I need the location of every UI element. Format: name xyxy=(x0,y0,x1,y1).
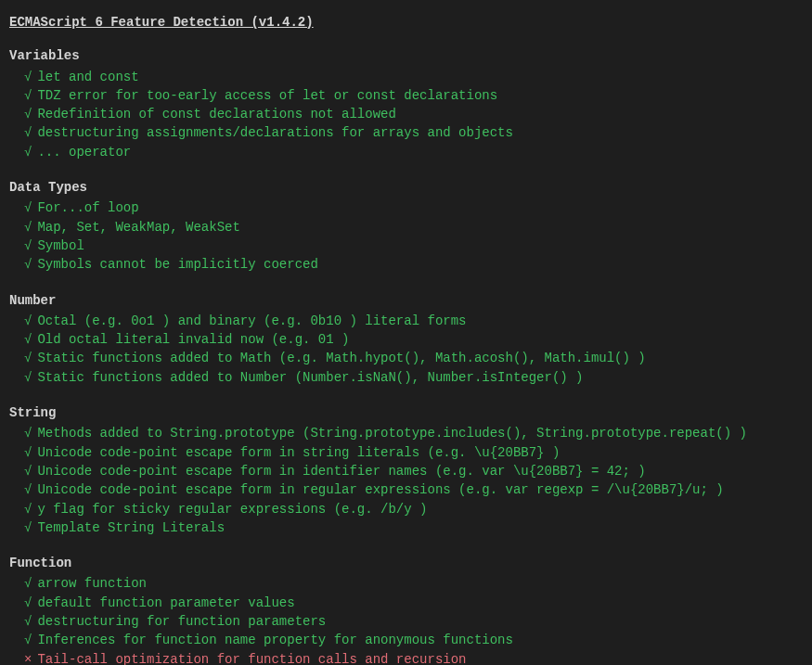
feature-item: √Octal (e.g. 0o1 ) and binary (e.g. 0b10… xyxy=(9,312,803,330)
feature-text: Unicode code-point escape form in regula… xyxy=(37,482,723,497)
feature-item: √Methods added to String.prototype (Stri… xyxy=(9,424,803,442)
feature-text: default function parameter values xyxy=(37,595,294,610)
feature-text: Symbols cannot be implicitly coerced xyxy=(37,257,317,272)
feature-item: √destructuring for function parameters xyxy=(9,612,803,631)
check-icon: √ xyxy=(24,426,32,441)
feature-item: √Map, Set, WeakMap, WeakSet xyxy=(9,218,803,237)
feature-text: TDZ error for too-early access of let or… xyxy=(37,88,497,103)
feature-item: √... operator xyxy=(9,143,803,161)
feature-text: Unicode code-point escape form in string… xyxy=(37,445,560,460)
feature-text: Symbol xyxy=(37,238,84,253)
feature-item: ×Tail-call optimization for function cal… xyxy=(9,650,803,665)
feature-item: √Symbol xyxy=(9,237,803,255)
check-icon: √ xyxy=(24,445,32,460)
section-header: Function xyxy=(9,554,803,572)
feature-text: y flag for sticky regular expressions (e… xyxy=(37,502,427,517)
section: Variables√let and const√TDZ error for to… xyxy=(9,46,803,161)
section-header: Number xyxy=(9,291,803,310)
feature-text: Static functions added to Number (Number… xyxy=(37,370,583,385)
feature-text: Inferences for function name property fo… xyxy=(37,633,512,647)
check-icon: √ xyxy=(24,145,32,160)
section: Number√Octal (e.g. 0o1 ) and binary (e.g… xyxy=(9,291,803,387)
feature-text: arrow function xyxy=(37,576,147,591)
check-icon: √ xyxy=(24,351,32,365)
check-icon: √ xyxy=(24,88,32,103)
feature-text: Static functions added to Math (e.g. Mat… xyxy=(37,351,645,365)
feature-item: √let and const xyxy=(9,68,803,86)
check-icon: √ xyxy=(24,370,32,385)
check-icon: √ xyxy=(24,464,32,479)
feature-item: √default function parameter values xyxy=(9,594,803,612)
feature-item: √Template String Literals xyxy=(9,518,803,537)
check-icon: √ xyxy=(24,633,32,647)
feature-text: Map, Set, WeakMap, WeakSet xyxy=(37,220,239,235)
feature-text: Tail-call optimization for function call… xyxy=(37,652,466,665)
check-icon: √ xyxy=(24,576,32,591)
section: String√Methods added to String.prototype… xyxy=(9,403,803,537)
cross-icon: × xyxy=(24,652,32,665)
feature-item: √destructuring assignments/declarations … xyxy=(9,123,803,142)
check-icon: √ xyxy=(24,595,32,610)
feature-item: √Static functions added to Math (e.g. Ma… xyxy=(9,349,803,367)
sections-container: Variables√let and const√TDZ error for to… xyxy=(9,46,803,665)
feature-text: Methods added to String.prototype (Strin… xyxy=(37,426,747,441)
section: Function√arrow function√default function… xyxy=(9,554,803,665)
feature-text: let and const xyxy=(37,70,138,84)
check-icon: √ xyxy=(24,238,32,253)
check-icon: √ xyxy=(24,313,32,328)
check-icon: √ xyxy=(24,107,32,121)
section-header: Data Types xyxy=(9,178,803,197)
feature-item: √Unicode code-point escape form in regul… xyxy=(9,480,803,499)
feature-item: √y flag for sticky regular expressions (… xyxy=(9,500,803,518)
check-icon: √ xyxy=(24,482,32,497)
feature-item: √arrow function xyxy=(9,574,803,593)
feature-text: Old octal literal invalid now (e.g. 01 ) xyxy=(37,332,349,347)
feature-text: destructuring for function parameters xyxy=(37,614,326,629)
check-icon: √ xyxy=(24,520,32,535)
feature-item: √TDZ error for too-early access of let o… xyxy=(9,86,803,105)
check-icon: √ xyxy=(24,200,32,215)
section-header: String xyxy=(9,403,803,422)
check-icon: √ xyxy=(24,332,32,347)
section-header: Variables xyxy=(9,46,803,65)
feature-text: Unicode code-point escape form in identi… xyxy=(37,464,645,479)
check-icon: √ xyxy=(24,257,32,272)
feature-item: √For...of loop xyxy=(9,198,803,217)
section: Data Types√For...of loop√Map, Set, WeakM… xyxy=(9,178,803,274)
feature-text: Template String Literals xyxy=(37,520,225,535)
feature-item: √Old octal literal invalid now (e.g. 01 … xyxy=(9,330,803,349)
feature-item: √Unicode code-point escape form in strin… xyxy=(9,443,803,462)
page-title: ECMAScript 6 Feature Detection (v1.4.2) xyxy=(9,13,803,32)
feature-text: ... operator xyxy=(37,145,131,160)
feature-text: destructuring assignments/declarations f… xyxy=(37,125,512,140)
check-icon: √ xyxy=(24,125,32,140)
check-icon: √ xyxy=(24,614,32,629)
feature-item: √Symbols cannot be implicitly coerced xyxy=(9,255,803,274)
feature-text: Redefinition of const declarations not a… xyxy=(37,107,395,121)
feature-text: For...of loop xyxy=(37,200,138,215)
check-icon: √ xyxy=(24,220,32,235)
feature-item: √Inferences for function name property f… xyxy=(9,631,803,649)
feature-item: √Redefinition of const declarations not … xyxy=(9,105,803,123)
feature-item: √Static functions added to Number (Numbe… xyxy=(9,368,803,387)
feature-text: Octal (e.g. 0o1 ) and binary (e.g. 0b10 … xyxy=(37,313,466,328)
check-icon: √ xyxy=(24,502,32,517)
check-icon: √ xyxy=(24,70,32,84)
feature-item: √Unicode code-point escape form in ident… xyxy=(9,462,803,480)
